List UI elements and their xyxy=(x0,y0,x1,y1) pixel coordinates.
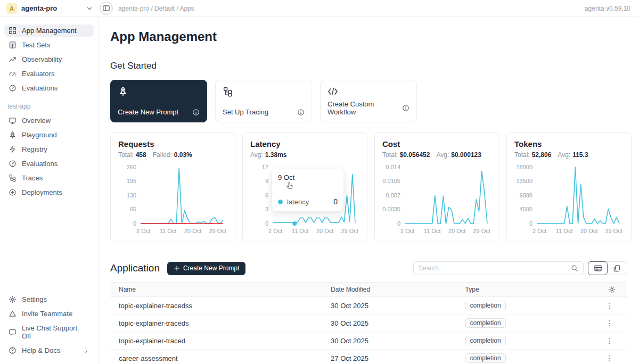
table-view-button[interactable] xyxy=(588,261,608,275)
plus-icon xyxy=(174,265,180,271)
info-icon xyxy=(297,109,305,116)
sidebar-item-evaluations[interactable]: Evaluations xyxy=(4,82,94,94)
monitor-icon xyxy=(9,117,17,125)
app-name-cell: topic-explainer-tracedss xyxy=(110,302,322,310)
triangle-icon xyxy=(9,310,17,318)
rocket-icon xyxy=(118,86,200,97)
gauge-icon xyxy=(9,70,17,78)
table-row[interactable]: career-assessment27 Oct 2025completion⋮ xyxy=(110,350,627,364)
table-row[interactable]: topic-explainer-traceds30 Oct 2025comple… xyxy=(110,315,627,332)
workspace-name: agenta-pro xyxy=(21,4,57,12)
sidebar-item-deployments[interactable]: Deployments xyxy=(4,186,94,198)
svg-text:2 Oct: 2 Oct xyxy=(136,228,150,234)
svg-text:18000: 18000 xyxy=(516,164,532,170)
column-header-type[interactable]: Type xyxy=(457,286,586,293)
cost-chart[interactable]: 00.00350.0070.01050.0142 Oct11 Oct20 Oct… xyxy=(382,162,491,237)
sidebar-item-app-management[interactable]: App Management xyxy=(4,24,94,37)
chart-tooltip: 9 Oct latency 0 xyxy=(272,169,343,211)
workspace-selector[interactable]: A agenta-pro xyxy=(0,3,99,14)
svg-text:260: 260 xyxy=(127,164,136,170)
sidebar-item-label: App Management xyxy=(22,27,77,35)
sidebar-item-label: Playground xyxy=(22,131,57,139)
table-row[interactable]: topic-explainer-traced30 Oct 2025complet… xyxy=(110,332,627,350)
svg-text:130: 130 xyxy=(127,192,136,198)
tooltip-date: 9 Oct xyxy=(278,173,338,181)
stat-card-tokens: TokensTotal:52,806Avg:115.30450090001350… xyxy=(506,132,632,242)
speedometer-icon xyxy=(9,84,17,92)
rocket-icon xyxy=(9,131,17,139)
tree-icon xyxy=(9,174,17,182)
row-menu-button[interactable]: ⋮ xyxy=(586,354,627,362)
sidebar-item-settings[interactable]: Settings xyxy=(4,293,94,305)
sidebar-item-label: Invite Teammate xyxy=(22,310,72,318)
sidebar-item-invite-teammate[interactable]: Invite Teammate xyxy=(4,308,94,320)
date-modified-cell: 27 Oct 2025 xyxy=(322,354,456,362)
stat-card-requests: RequestsTotal:458Failed:0.03%06513019526… xyxy=(110,132,235,242)
sidebar-item-label: Evaluations xyxy=(22,160,58,168)
tokens-chart[interactable]: 04500900013500180002 Oct11 Oct20 Oct29 O… xyxy=(514,162,624,237)
svg-text:0.0035: 0.0035 xyxy=(382,206,400,212)
chevron-right-icon xyxy=(83,348,89,354)
cursor-icon xyxy=(285,181,294,192)
svg-text:11 Oct: 11 Oct xyxy=(424,228,441,234)
sidebar-item-label: Test Sets xyxy=(22,41,50,49)
search-input[interactable] xyxy=(419,264,571,272)
column-header-date-modified[interactable]: Date Modified xyxy=(322,286,456,293)
row-menu-button[interactable]: ⋮ xyxy=(586,319,627,327)
requests-chart[interactable]: 0651301952602 Oct11 Oct20 Oct29 Oct xyxy=(118,162,227,237)
svg-text:9: 9 xyxy=(265,178,268,184)
sidebar-main-menu: App ManagementTest SetsObservabilityEval… xyxy=(4,24,94,96)
sidebar-item-label: Traces xyxy=(22,174,43,182)
table-row[interactable]: topic-explainer-tracedss30 Oct 2025compl… xyxy=(110,297,627,315)
sidebar-project-label: test-app xyxy=(4,96,94,114)
svg-text:0: 0 xyxy=(133,220,136,227)
grid-icon xyxy=(9,27,17,35)
row-menu-button[interactable]: ⋮ xyxy=(586,301,627,310)
create-new-prompt-button[interactable]: Create New Prompt xyxy=(167,262,245,275)
question-icon xyxy=(9,346,17,354)
get-started-cards: Create New PromptSet Up TracingCreate Cu… xyxy=(110,80,627,122)
get-started-heading: Get Started xyxy=(110,61,627,71)
svg-text:11 Oct: 11 Oct xyxy=(292,228,309,234)
column-header-name[interactable]: Name xyxy=(110,286,322,293)
sidebar-collapse-button[interactable] xyxy=(100,2,113,15)
app-version: agenta v0.59.10 xyxy=(585,5,639,12)
applications-table: Name Date Modified Type topic-explainer-… xyxy=(110,282,627,364)
card-view-button[interactable] xyxy=(607,262,627,275)
breadcrumb[interactable]: agenta-pro / Default / Apps xyxy=(118,5,194,12)
top-header: A agenta-pro agenta-pro / Default / Apps… xyxy=(0,0,639,17)
card-label: Create New Prompt xyxy=(118,108,178,116)
sidebar-item-traces[interactable]: Traces xyxy=(4,172,94,184)
svg-text:0: 0 xyxy=(265,220,268,227)
svg-text:4500: 4500 xyxy=(520,206,532,212)
sidebar-item-live-chat-support-off[interactable]: Live Chat Support: Off xyxy=(4,322,94,342)
sidebar-item-evaluations[interactable]: Evaluations xyxy=(4,158,94,170)
sidebar-item-test-sets[interactable]: Test Sets xyxy=(4,39,94,51)
sidebar-item-observability[interactable]: Observability xyxy=(4,53,94,65)
table-icon xyxy=(9,41,17,49)
svg-text:2 Oct: 2 Oct xyxy=(400,228,414,234)
trend-icon xyxy=(9,55,17,63)
get-started-card-create-custom-workflow[interactable]: Create Custom Workflow xyxy=(320,80,417,122)
table-view-icon xyxy=(594,264,602,272)
svg-text:29 Oct: 29 Oct xyxy=(341,228,358,234)
stat-summary: Total:52,806Avg:115.3 xyxy=(514,151,624,159)
type-cell: completion xyxy=(457,301,586,310)
sidebar-item-label: Deployments xyxy=(22,188,62,196)
search-icon xyxy=(571,264,578,272)
row-menu-button[interactable]: ⋮ xyxy=(586,336,627,345)
table-settings-button[interactable] xyxy=(586,286,627,293)
card-view-icon xyxy=(613,264,621,272)
get-started-card-create-new-prompt[interactable]: Create New Prompt xyxy=(110,80,207,122)
sidebar-project-menu: OverviewPlaygroundRegistryEvaluationsTra… xyxy=(4,114,94,201)
svg-text:20 Oct: 20 Oct xyxy=(316,228,333,234)
sidebar-item-registry[interactable]: Registry xyxy=(4,143,94,155)
sidebar-item-help-docs[interactable]: Help & Docs xyxy=(4,344,94,357)
sidebar-item-overview[interactable]: Overview xyxy=(4,114,94,127)
svg-text:13500: 13500 xyxy=(516,178,532,184)
get-started-card-set-up-tracing[interactable]: Set Up Tracing xyxy=(215,80,312,122)
deploy-icon xyxy=(9,188,17,196)
application-heading: Application xyxy=(110,262,160,274)
sidebar-item-playground[interactable]: Playground xyxy=(4,129,94,141)
sidebar-item-evaluators[interactable]: Evaluators xyxy=(4,68,94,80)
